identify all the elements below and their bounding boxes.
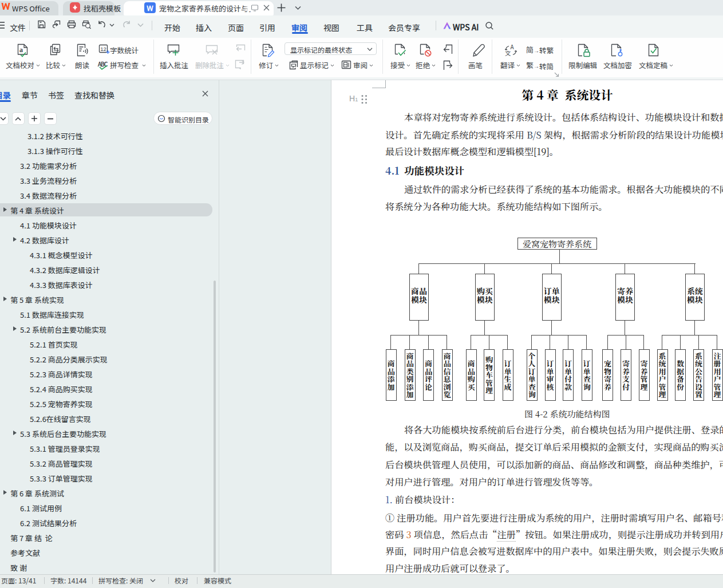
svg-text:a: a — [19, 46, 23, 54]
svg-text:12: 12 — [100, 46, 106, 52]
svg-text:A: A — [511, 44, 515, 51]
